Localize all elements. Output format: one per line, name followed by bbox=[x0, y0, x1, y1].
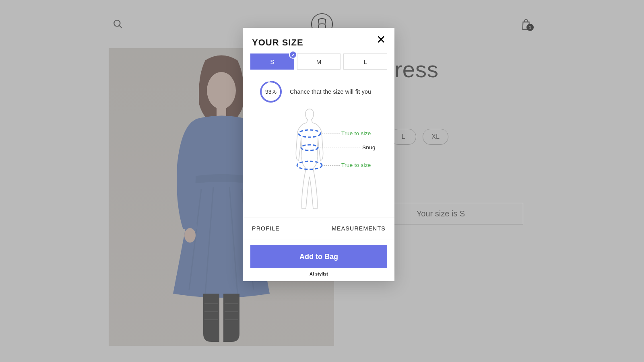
svg-point-10 bbox=[301, 145, 318, 150]
fit-waist-label: Snug bbox=[362, 144, 376, 150]
connector-line bbox=[320, 148, 360, 148]
size-tab-label: S bbox=[270, 58, 274, 65]
modal-title: YOUR SIZE bbox=[252, 37, 303, 48]
profile-link[interactable]: PROFILE bbox=[252, 225, 280, 232]
size-tab-label: L bbox=[364, 58, 367, 65]
svg-point-11 bbox=[297, 161, 322, 169]
ai-stylist-label: AI stylist bbox=[243, 272, 394, 281]
close-button[interactable]: ✕ bbox=[376, 34, 386, 45]
fit-bust-label: True to size bbox=[341, 130, 371, 136]
modal-footer-links: PROFILE MEASUREMENTS bbox=[243, 218, 394, 239]
size-tab-s[interactable]: S bbox=[250, 53, 294, 70]
fit-hips-label: True to size bbox=[341, 162, 371, 168]
close-icon: ✕ bbox=[376, 33, 386, 46]
add-to-bag-button[interactable]: Add to Bag bbox=[250, 245, 387, 268]
body-silhouette-icon bbox=[283, 108, 336, 213]
connector-line bbox=[324, 165, 340, 166]
fit-description: Chance that the size will fit you bbox=[290, 88, 371, 96]
size-tab-l[interactable]: L bbox=[343, 53, 387, 70]
svg-point-9 bbox=[299, 130, 320, 137]
checkmark-icon bbox=[289, 51, 297, 59]
fit-percentage-ring: 93% bbox=[259, 80, 283, 103]
size-modal: YOUR SIZE ✕ S M L 93% Chance that the si… bbox=[243, 28, 394, 281]
body-fit-diagram: True to size Snug True to size bbox=[243, 105, 394, 218]
measurements-link[interactable]: MEASUREMENTS bbox=[332, 225, 386, 232]
modal-header: YOUR SIZE ✕ bbox=[243, 28, 394, 53]
size-tabs: S M L bbox=[243, 53, 394, 70]
size-tab-label: M bbox=[316, 58, 322, 65]
connector-line bbox=[322, 134, 340, 134]
fit-probability-row: 93% Chance that the size will fit you bbox=[243, 78, 394, 105]
size-tab-m[interactable]: M bbox=[297, 53, 341, 70]
fit-percentage-value: 93% bbox=[259, 80, 283, 103]
